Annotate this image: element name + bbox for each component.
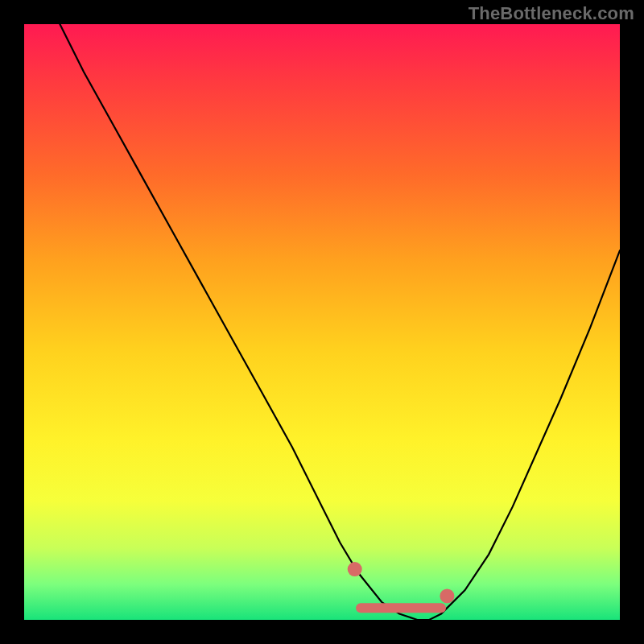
bottleneck-chart xyxy=(0,0,644,644)
marker-left-dot xyxy=(348,562,362,576)
attribution-label: TheBottleneck.com xyxy=(469,3,634,24)
chart-stage: TheBottleneck.com xyxy=(0,0,644,644)
plot-background xyxy=(24,24,620,620)
marker-right-dot xyxy=(440,588,454,603)
